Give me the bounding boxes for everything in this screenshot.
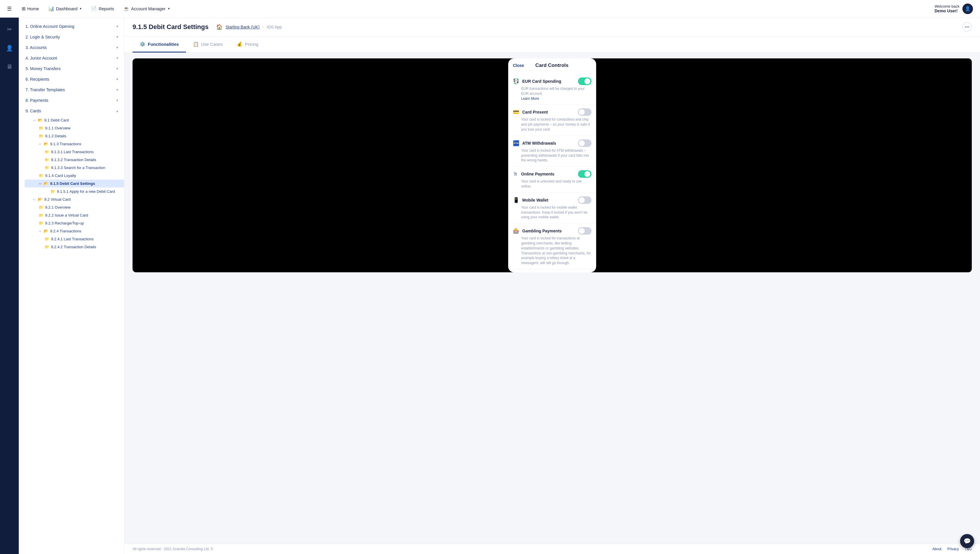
sidebar-item-9-2-2[interactable]: 📁 9.2.2 Issue a Virtual Card xyxy=(25,211,124,219)
sidebar-virtual-card-section: ▭ 📂 9.2 Virtual Card 📁 9.2.1 Overview 📁 … xyxy=(19,195,124,251)
phone-row-atm-withdrawals: 🏧 ATM Withdrawals Your card is locked fo… xyxy=(508,136,596,167)
folder-icon: 📁 xyxy=(51,189,55,194)
phone-body: 💱 EUR Card Spending EUR transactions wil… xyxy=(508,71,596,272)
eur-card-spending-toggle[interactable] xyxy=(578,77,592,85)
tab-use-cases[interactable]: 📋 Use Cases xyxy=(186,37,230,53)
chart-icon: 📊 xyxy=(48,6,54,11)
learn-more-link[interactable]: Learn More xyxy=(521,96,592,101)
sidebar-item-recipients[interactable]: 6. Recipients ▾ xyxy=(19,74,124,85)
sidebar-item-9-2-4-2[interactable]: 📁 9.2.4.2 Transaction Details xyxy=(25,243,124,251)
breadcrumb-bank[interactable]: Starling Bank (UK) xyxy=(226,25,259,29)
sidebar-item-login-security[interactable]: 2. Login & Security ▾ xyxy=(19,32,124,42)
sidebar: 1. Online Account Opening ▾ 2. Login & S… xyxy=(19,18,124,554)
sidebar-item-9-1-3-3[interactable]: 📁 9.1.3.3 Search for a Transaction xyxy=(25,164,124,172)
gambling-payments-toggle[interactable] xyxy=(578,227,592,235)
grid-icon: ⊞ xyxy=(22,6,25,11)
breadcrumb-bar: 9.1.5 Debit Card Settings 🏠 Starling Ban… xyxy=(124,18,980,37)
collapse-icon[interactable]: ▭ xyxy=(39,230,41,233)
folder-icon: 📁 xyxy=(45,166,49,170)
sidebar-item-cards[interactable]: 9. Cards ▴ xyxy=(19,105,124,116)
sidebar-item-9-2[interactable]: ▭ 📂 9.2 Virtual Card xyxy=(25,195,124,203)
nav-dashboard[interactable]: 📊 Dashboard ▾ xyxy=(44,3,86,14)
sidebar-item-9-2-1[interactable]: 📁 9.2.1 Overview xyxy=(25,203,124,211)
sidebar-item-9-2-4[interactable]: ▭ 📂 9.2.4 Transactions xyxy=(25,227,124,235)
gambling-desc: Your card is locked for transactions at … xyxy=(521,236,592,265)
phone-close-button[interactable]: Close xyxy=(513,63,524,68)
chevron-down-icon: ▾ xyxy=(116,45,118,49)
chat-button[interactable]: 💬 xyxy=(960,534,974,548)
sidebar-item-9-2-4-1[interactable]: 📁 9.2.4.1 Last Transactions xyxy=(25,235,124,243)
sidebar-item-9-1-3-1[interactable]: 📁 9.1.3.1 Last Transactions xyxy=(25,148,124,156)
sidebar-item-9-1[interactable]: ▭ 📂 9.1 Debit Card xyxy=(25,116,124,124)
scissors-icon[interactable]: ✂ xyxy=(5,24,14,35)
nav-reports[interactable]: 📄 Reports xyxy=(87,3,118,14)
tab-pricing[interactable]: 💰 Pricing xyxy=(230,37,266,53)
sidebar-item-9-1-5-1[interactable]: 📁 9.1.5.1 Apply for a new Debit Card xyxy=(25,187,124,195)
nav-home[interactable]: ⊞ Home xyxy=(18,3,43,14)
folder-icon: 📁 xyxy=(45,158,49,162)
sidebar-item-9-2-3[interactable]: 📁 9.2.3 Recharge/Top-up xyxy=(25,219,124,227)
eur-desc: EUR transactions will be charged to your… xyxy=(521,86,592,101)
sidebar-item-9-1-4[interactable]: 📁 9.1.4 Card Loyalty xyxy=(25,172,124,180)
use-cases-icon: 📋 xyxy=(193,42,199,47)
hamburger-menu[interactable]: ☰ xyxy=(7,6,12,12)
online-payments-toggle[interactable] xyxy=(578,170,592,178)
sidebar-item-9-1-3-2[interactable]: 📁 9.1.3.2 Transaction Details xyxy=(25,156,124,164)
collapse-icon[interactable]: ▭ xyxy=(33,198,35,201)
nav-account-manager[interactable]: ☕ Account Manager ▾ xyxy=(119,3,174,14)
chevron-down-icon: ▾ xyxy=(116,77,118,81)
atm-desc: Your card is locked for ATM withdrawals … xyxy=(521,148,592,163)
folder-icon: 📁 xyxy=(39,173,43,178)
folder-open-icon: 📂 xyxy=(38,118,43,122)
phone-row-gambling-payments: 🎰 Gambling Payments Your card is locked … xyxy=(508,224,596,269)
eur-icon: 💱 xyxy=(513,78,519,85)
pricing-icon: 💰 xyxy=(237,42,242,47)
welcome-text: Welcome back Demo User! xyxy=(935,4,959,13)
folder-icon: 📁 xyxy=(39,205,43,209)
sidebar-item-online-account-opening[interactable]: 1. Online Account Opening ▾ xyxy=(19,21,124,32)
sidebar-item-payments[interactable]: 8. Payments ▾ xyxy=(19,95,124,105)
footer-privacy-link[interactable]: Privacy xyxy=(947,547,959,551)
sidebar-item-money-transfers[interactable]: 5. Money Transfers ▾ xyxy=(19,63,124,74)
icon-bar: ✂ 👤 🖥 xyxy=(0,18,19,554)
sidebar-item-9-1-2[interactable]: 📁 9.1.2 Details xyxy=(25,132,124,140)
collapse-icon[interactable]: ▭ xyxy=(33,118,35,122)
chevron-up-icon: ▴ xyxy=(116,109,118,113)
online-desc: Your card is unlocked and ready to use o… xyxy=(521,179,592,189)
collapse-icon[interactable]: ▭ xyxy=(39,182,41,185)
phone-mockup: Close Card Controls 💱 EUR Card Spending xyxy=(508,58,596,272)
footer: All rights reserved - 2021 Scientia Cons… xyxy=(124,544,980,554)
welcome-section: Welcome back Demo User! 👤 xyxy=(935,3,973,14)
home-breadcrumb-icon[interactable]: 🏠 xyxy=(216,24,223,30)
chevron-down-icon: ▾ xyxy=(116,35,118,39)
folder-icon: 📁 xyxy=(45,237,49,241)
account-icon: ☕ xyxy=(124,6,129,11)
collapse-icon[interactable]: ▭ xyxy=(39,142,41,145)
footer-about-link[interactable]: About xyxy=(932,547,941,551)
person-icon[interactable]: 👤 xyxy=(3,42,16,54)
tab-functionalities[interactable]: ⚙️ Functionalities xyxy=(132,37,186,53)
sidebar-item-9-1-1[interactable]: 📁 9.1.1 Overview xyxy=(25,124,124,132)
user-avatar[interactable]: 👤 xyxy=(963,3,973,14)
folder-icon: 📁 xyxy=(45,245,49,249)
breadcrumb-more-button[interactable]: ••• xyxy=(963,22,972,32)
sidebar-item-9-1-3[interactable]: ▭ 📂 9.1.3 Transactions xyxy=(25,140,124,148)
chevron-down-icon: ▾ xyxy=(116,24,118,29)
phone-header: Close Card Controls xyxy=(508,58,596,71)
page-title: 9.1.5 Debit Card Settings xyxy=(132,23,208,31)
dashboard-chevron: ▾ xyxy=(80,7,81,11)
sidebar-item-9-1-5[interactable]: ▭ 📂 9.1.5 Debit Card Settings xyxy=(25,180,124,187)
card-present-icon: 💳 xyxy=(513,109,519,115)
atm-withdrawals-toggle[interactable] xyxy=(578,139,592,147)
monitor-icon[interactable]: 🖥 xyxy=(4,61,15,72)
sidebar-item-accounts[interactable]: 3. Accounts ▾ xyxy=(19,42,124,53)
mobile-wallet-toggle[interactable] xyxy=(578,196,592,204)
phone-row-card-present: 💳 Card Present Your card is locked for c… xyxy=(508,105,596,136)
chevron-down-icon: ▾ xyxy=(116,56,118,60)
sidebar-item-transfer-templates[interactable]: 7. Transfer Templates ▾ xyxy=(19,85,124,95)
phone-title: Card Controls xyxy=(535,62,568,69)
card-present-toggle[interactable] xyxy=(578,108,592,116)
functionalities-icon: ⚙️ xyxy=(140,42,145,47)
copyright-text: All rights reserved - 2021 Scientia Cons… xyxy=(132,547,213,551)
sidebar-item-junior-account[interactable]: 4. Junior Account ▾ xyxy=(19,53,124,63)
